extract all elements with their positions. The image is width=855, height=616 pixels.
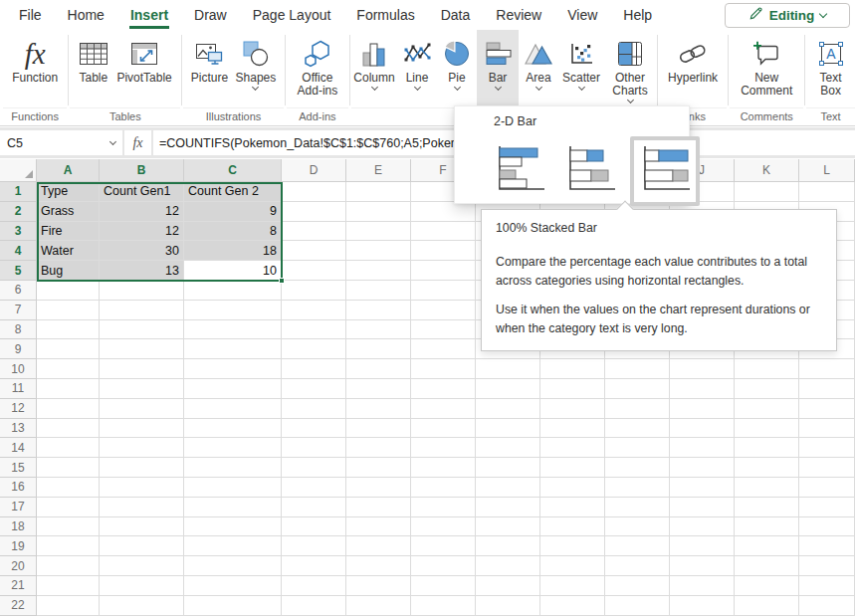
cell-L14[interactable] [799, 438, 855, 458]
cell-L19[interactable] [799, 536, 855, 556]
cell-E8[interactable] [346, 320, 411, 340]
cell-J21[interactable] [670, 576, 735, 596]
row-header-2[interactable]: 2 [0, 202, 37, 222]
cell-B14[interactable] [100, 438, 184, 458]
cell-A16[interactable] [37, 478, 100, 498]
cell-E14[interactable] [346, 438, 411, 458]
cell-F19[interactable] [411, 536, 476, 556]
row-header-15[interactable]: 15 [0, 458, 37, 478]
cell-H20[interactable] [540, 556, 605, 576]
cell-I18[interactable] [605, 517, 670, 537]
cell-I22[interactable] [605, 596, 670, 616]
column-header-A[interactable]: A [37, 159, 100, 182]
cell-C19[interactable] [184, 536, 282, 556]
cell-L22[interactable] [799, 596, 855, 616]
cell-F15[interactable] [411, 458, 476, 478]
table-button[interactable]: Table [79, 30, 108, 107]
row-header-6[interactable]: 6 [0, 281, 37, 301]
cell-F6[interactable] [411, 281, 476, 301]
cell-I19[interactable] [605, 536, 670, 556]
cell-J12[interactable] [670, 399, 735, 419]
cell-I10[interactable] [605, 359, 670, 379]
cell-G18[interactable] [476, 517, 540, 537]
menu-home[interactable]: Home [55, 0, 117, 30]
cell-J13[interactable] [670, 419, 735, 439]
cell-B10[interactable] [100, 359, 184, 379]
picture-button[interactable]: Picture [191, 30, 228, 107]
column-header-C[interactable]: C [184, 159, 282, 182]
cell-B22[interactable] [100, 596, 184, 616]
cell-C6[interactable] [184, 281, 282, 301]
cell-E1[interactable] [346, 182, 411, 202]
cell-K18[interactable] [735, 517, 799, 537]
cell-J20[interactable] [670, 556, 735, 576]
row-header-22[interactable]: 22 [0, 596, 37, 616]
cell-D19[interactable] [282, 536, 346, 556]
cell-J22[interactable] [670, 596, 735, 616]
row-header-8[interactable]: 8 [0, 320, 37, 340]
cell-D20[interactable] [282, 556, 346, 576]
menu-review[interactable]: Review [483, 0, 554, 30]
cell-J19[interactable] [670, 536, 735, 556]
cell-J11[interactable] [670, 379, 735, 399]
cell-D15[interactable] [282, 458, 346, 478]
row-header-11[interactable]: 11 [0, 379, 37, 399]
cell-A14[interactable] [37, 438, 100, 458]
cell-A17[interactable] [37, 498, 100, 517]
cell-A1[interactable]: Type [37, 182, 100, 202]
name-box[interactable]: C5 [0, 130, 122, 155]
cell-B1[interactable]: Count Gen1 [100, 182, 184, 202]
area-chart-button[interactable]: Area [519, 30, 558, 107]
cell-A5[interactable]: Bug [37, 261, 100, 281]
shapes-button[interactable]: Shapes [236, 30, 277, 107]
row-header-20[interactable]: 20 [0, 556, 37, 576]
row-header-14[interactable]: 14 [0, 438, 37, 458]
cell-A18[interactable] [37, 517, 100, 537]
other-charts-button[interactable]: Other Charts [604, 30, 656, 107]
cell-B12[interactable] [100, 399, 184, 419]
column-header-K[interactable]: K [735, 159, 799, 182]
cell-B11[interactable] [100, 379, 184, 399]
cell-E21[interactable] [346, 576, 411, 596]
cell-G13[interactable] [476, 419, 540, 439]
cell-D16[interactable] [282, 478, 346, 498]
cell-D1[interactable] [282, 182, 346, 202]
cell-C22[interactable] [184, 596, 282, 616]
text-box-button[interactable]: A Text Box [814, 30, 848, 107]
cell-D22[interactable] [282, 596, 346, 616]
cell-D7[interactable] [282, 301, 346, 320]
select-all-corner[interactable] [0, 159, 37, 182]
cell-K17[interactable] [735, 498, 799, 517]
cell-D18[interactable] [282, 517, 346, 537]
column-chart-button[interactable]: Column [351, 30, 397, 107]
scatter-chart-button[interactable]: Scatter [558, 30, 604, 107]
cell-L16[interactable] [799, 478, 855, 498]
cell-G22[interactable] [476, 596, 540, 616]
column-header-L[interactable]: L [799, 159, 855, 182]
cell-C2[interactable]: 9 [184, 202, 282, 222]
row-header-1[interactable]: 1 [0, 182, 37, 202]
cell-A2[interactable]: Grass [37, 202, 100, 222]
row-header-13[interactable]: 13 [0, 419, 37, 439]
row-header-10[interactable]: 10 [0, 359, 37, 379]
cell-A19[interactable] [37, 536, 100, 556]
cell-F13[interactable] [411, 419, 476, 439]
cell-L18[interactable] [799, 517, 855, 537]
cell-J10[interactable] [670, 359, 735, 379]
fill-handle[interactable] [279, 278, 285, 284]
cell-H15[interactable] [540, 458, 605, 478]
menu-data[interactable]: Data [428, 0, 484, 30]
editing-mode-button[interactable]: Editing [725, 3, 850, 28]
cell-C10[interactable] [184, 359, 282, 379]
cell-B16[interactable] [100, 478, 184, 498]
cell-A6[interactable] [37, 281, 100, 301]
cell-E6[interactable] [346, 281, 411, 301]
cell-C7[interactable] [184, 301, 282, 320]
cell-L12[interactable] [799, 399, 855, 419]
row-header-21[interactable]: 21 [0, 576, 37, 596]
cell-E10[interactable] [346, 359, 411, 379]
cell-B4[interactable]: 30 [100, 241, 184, 261]
cell-F10[interactable] [411, 359, 476, 379]
cell-I17[interactable] [605, 498, 670, 517]
cell-B5[interactable]: 13 [100, 261, 184, 281]
